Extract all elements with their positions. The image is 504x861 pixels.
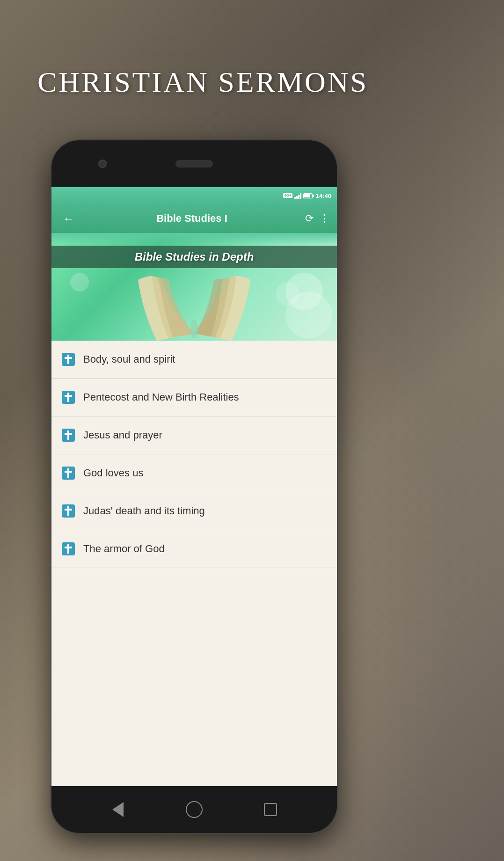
list-item-text: Body, soul and spirit <box>83 353 175 365</box>
cross-icon-4 <box>61 466 76 481</box>
header-banner: Bible Studies in Depth <box>51 233 337 341</box>
cross-icon-5 <box>61 503 76 518</box>
list-item[interactable]: Judas' death and its timing <box>51 492 337 530</box>
signal-bar-2 <box>296 196 298 199</box>
list-item-text: The armor of God <box>83 543 165 555</box>
list-item[interactable]: God loves us <box>51 454 337 492</box>
list-item[interactable]: Pentecost and New Birth Realities <box>51 379 337 416</box>
svg-rect-12 <box>65 471 72 473</box>
svg-rect-18 <box>65 547 72 548</box>
status-icons: 4G+ 14:40 <box>283 192 331 199</box>
recents-nav-button[interactable] <box>259 798 282 821</box>
recents-square-icon <box>264 803 277 816</box>
phone-screen: 4G+ 14:40 ← Bible Studies I <box>51 187 337 786</box>
speaker-grille <box>175 160 213 168</box>
cross-icon-3 <box>61 428 76 443</box>
signal-bar-4 <box>300 193 301 199</box>
svg-rect-11 <box>67 468 69 478</box>
front-camera <box>98 160 107 168</box>
cross-icon-1 <box>61 352 76 367</box>
app-title: CHRISTIAN SERMONS <box>37 66 368 99</box>
list-item-text: Pentecost and New Birth Realities <box>83 391 239 403</box>
book-illustration <box>51 268 337 341</box>
list-item-text: God loves us <box>83 467 143 479</box>
svg-rect-14 <box>67 506 69 516</box>
signal-bar-1 <box>294 197 296 199</box>
home-nav-button[interactable] <box>183 798 206 821</box>
network-indicator: 4G+ <box>283 193 292 198</box>
list-item[interactable]: Jesus and prayer <box>51 416 337 454</box>
bokeh-4 <box>70 273 89 292</box>
battery-fill <box>304 194 311 197</box>
list-item-text: Judas' death and its timing <box>83 505 205 517</box>
cross-icon-2 <box>61 390 76 405</box>
battery-indicator <box>303 193 314 198</box>
svg-rect-2 <box>67 355 69 364</box>
book-svg <box>124 268 264 341</box>
signal-strength <box>294 192 301 199</box>
svg-rect-5 <box>67 393 69 402</box>
app-toolbar: ← Bible Studies I ⟳ ⋮ <box>51 204 337 233</box>
overflow-menu-button[interactable]: ⋮ <box>319 212 329 225</box>
phone-device: 4G+ 14:40 ← Bible Studies I <box>51 140 337 833</box>
svg-rect-15 <box>65 509 72 511</box>
battery-body <box>303 193 313 198</box>
refresh-button[interactable]: ⟳ <box>305 212 314 225</box>
svg-rect-8 <box>67 430 69 440</box>
battery-tip <box>313 195 314 197</box>
home-circle-icon <box>186 801 203 818</box>
signal-bar-3 <box>298 195 299 199</box>
svg-point-0 <box>190 320 198 338</box>
back-nav-button[interactable] <box>106 798 130 821</box>
back-triangle-icon <box>112 802 124 817</box>
banner-gradient <box>51 233 337 246</box>
banner-title-bar: Bible Studies in Depth <box>51 246 337 268</box>
list-item[interactable]: The armor of God <box>51 530 337 568</box>
svg-rect-17 <box>67 544 69 554</box>
banner-title: Bible Studies in Depth <box>135 250 254 263</box>
status-bar: 4G+ 14:40 <box>51 187 337 204</box>
svg-rect-6 <box>65 395 72 397</box>
cross-icon-6 <box>61 541 76 556</box>
phone-top-bezel <box>51 140 337 187</box>
sermon-list: Body, soul and spirit Pentecost and New … <box>51 341 337 568</box>
svg-rect-9 <box>65 433 72 435</box>
toolbar-title: Bible Studies I <box>84 212 299 225</box>
toolbar-actions: ⟳ ⋮ <box>305 212 329 225</box>
phone-bottom-bezel <box>51 786 337 833</box>
back-button[interactable]: ← <box>59 210 79 228</box>
list-item-text: Jesus and prayer <box>83 429 162 441</box>
bokeh-3 <box>285 292 332 338</box>
svg-rect-3 <box>65 357 72 359</box>
list-item[interactable]: Body, soul and spirit <box>51 341 337 379</box>
clock-display: 14:40 <box>316 192 331 199</box>
